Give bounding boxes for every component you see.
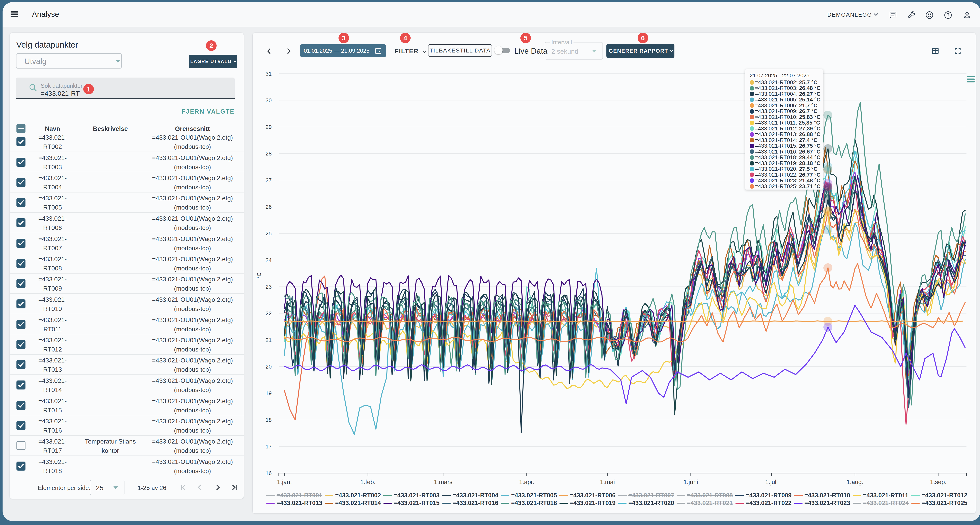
svg-text:18: 18 (266, 417, 272, 423)
svg-text:1.apr.: 1.apr. (519, 479, 534, 485)
svg-text:1.mai: 1.mai (600, 479, 615, 485)
svg-text:21: 21 (266, 337, 272, 343)
svg-text:26: 26 (266, 204, 272, 210)
svg-text:1.feb.: 1.feb. (360, 479, 375, 485)
svg-text:19: 19 (266, 390, 272, 397)
svg-text:1.sep.: 1.sep. (930, 479, 947, 485)
svg-text:29: 29 (266, 124, 272, 130)
svg-text:27: 27 (266, 177, 272, 183)
svg-text:30: 30 (266, 97, 272, 103)
svg-text:1.mars: 1.mars (434, 479, 453, 485)
svg-text:1.juli: 1.juli (765, 479, 778, 485)
svg-text:16: 16 (266, 470, 272, 476)
svg-text:17: 17 (266, 444, 272, 450)
svg-text:25: 25 (266, 230, 272, 236)
svg-text:28: 28 (266, 151, 272, 157)
svg-text:22: 22 (266, 310, 272, 316)
svg-text:20: 20 (266, 364, 272, 370)
svg-text:31: 31 (266, 71, 272, 77)
svg-text:1.aug.: 1.aug. (846, 479, 863, 485)
svg-text:23: 23 (266, 284, 272, 290)
svg-text:°C: °C (256, 273, 262, 278)
svg-text:1.juni: 1.juni (684, 479, 698, 485)
svg-text:1.jan.: 1.jan. (277, 479, 292, 485)
svg-text:24: 24 (266, 257, 272, 263)
